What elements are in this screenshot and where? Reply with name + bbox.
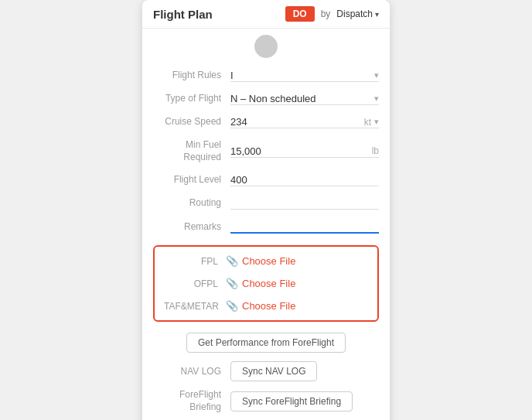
type-of-flight-input[interactable] — [230, 93, 371, 104]
type-of-flight-row: Type of Flight ▾ — [142, 87, 390, 111]
sync-nav-log-button[interactable]: Sync NAV LOG — [230, 361, 317, 381]
page-title: Flight Plan — [153, 8, 279, 21]
dispatch-dropdown[interactable]: Dispatch ▾ — [336, 9, 379, 19]
ofpl-label: OFPL — [164, 278, 226, 289]
remarks-input-wrap — [230, 220, 379, 234]
by-label: by — [321, 9, 331, 19]
flight-level-row: Flight Level — [142, 169, 390, 192]
routing-row: Routing — [142, 192, 390, 215]
cruise-speed-label: Cruise Speed — [153, 116, 230, 128]
foreflight-label: ForeFlightBriefing — [153, 389, 230, 413]
card-header: Flight Plan DO by Dispatch ▾ — [142, 0, 390, 29]
routing-input[interactable] — [230, 197, 379, 209]
min-fuel-input[interactable] — [230, 145, 366, 157]
ofpl-row: OFPL 📎 Choose File — [155, 272, 377, 295]
nav-log-row: NAV LOG Sync NAV LOG — [142, 357, 390, 385]
fpl-label: FPL — [164, 256, 226, 267]
remarks-label: Remarks — [153, 221, 230, 234]
form-section: Flight Rules ▾ Type of Flight ▾ Cruise S… — [142, 61, 390, 239]
taf-metar-choose-button[interactable]: 📎 Choose File — [226, 300, 295, 312]
cruise-speed-row: Cruise Speed kt ▾ — [142, 111, 390, 134]
do-button[interactable]: DO — [285, 6, 315, 22]
type-of-flight-input-wrap: ▾ — [230, 93, 379, 105]
file-upload-section: FPL 📎 Choose File OFPL 📎 Choose File TAF… — [153, 245, 379, 322]
min-fuel-label: Min Fuel Required — [153, 139, 230, 163]
paperclip-icon-ofpl: 📎 — [226, 278, 238, 289]
remarks-input[interactable] — [230, 220, 379, 232]
routing-input-wrap — [230, 197, 379, 210]
cruise-speed-input-wrap: kt ▾ — [230, 116, 379, 128]
flight-rules-label: Flight Rules — [153, 70, 230, 82]
flight-level-input-wrap — [230, 174, 379, 186]
min-fuel-input-wrap: lb — [230, 145, 379, 158]
taf-metar-row: TAF&METAR 📎 Choose File — [155, 295, 377, 317]
add-docs-row: + Add Documents — [142, 417, 390, 420]
flight-plan-card: Flight Plan DO by Dispatch ▾ Flight Rule… — [142, 0, 390, 420]
flight-rules-row: Flight Rules ▾ — [142, 64, 390, 87]
min-fuel-row: Min Fuel Required lb — [142, 134, 390, 169]
get-performance-button[interactable]: Get Performance from ForeFlight — [186, 333, 346, 353]
type-of-flight-label: Type of Flight — [153, 93, 230, 105]
routing-label: Routing — [153, 197, 230, 210]
taf-metar-label: TAF&METAR — [164, 301, 226, 312]
fpl-row: FPL 📎 Choose File — [155, 250, 377, 272]
remarks-row: Remarks — [142, 215, 390, 239]
get-performance-row: Get Performance from ForeFlight — [142, 328, 390, 357]
nav-log-label: NAV LOG — [153, 366, 230, 377]
avatar — [254, 35, 278, 58]
flight-level-label: Flight Level — [153, 174, 230, 186]
paperclip-icon-taf: 📎 — [226, 300, 238, 312]
cruise-speed-unit: kt — [364, 117, 371, 128]
sync-foreflight-button[interactable]: Sync ForeFlight Briefing — [230, 391, 353, 411]
fpl-choose-button[interactable]: 📎 Choose File — [226, 255, 295, 267]
ofpl-choose-button[interactable]: 📎 Choose File — [226, 278, 295, 289]
min-fuel-unit: lb — [372, 145, 379, 156]
paperclip-icon: 📎 — [226, 255, 238, 267]
cruise-speed-dropdown-icon[interactable]: ▾ — [374, 117, 379, 127]
chevron-down-icon: ▾ — [375, 10, 379, 19]
flight-level-input[interactable] — [230, 174, 379, 186]
flight-rules-dropdown-icon[interactable]: ▾ — [374, 70, 379, 80]
flight-rules-input-wrap: ▾ — [230, 70, 379, 82]
cruise-speed-input[interactable] — [230, 116, 358, 128]
type-of-flight-dropdown-icon[interactable]: ▾ — [374, 94, 379, 104]
foreflight-row: ForeFlightBriefing Sync ForeFlight Brief… — [142, 385, 390, 417]
flight-rules-input[interactable] — [230, 70, 371, 81]
